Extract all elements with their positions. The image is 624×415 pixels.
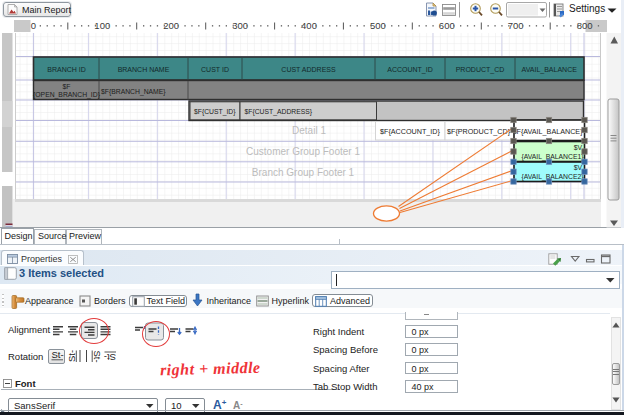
svg-text:BRANCH ID: BRANCH ID	[47, 66, 86, 73]
svg-text:$V: $V	[574, 164, 583, 171]
svg-text:{OPEN_BRANCH_ID}: {OPEN_BRANCH_ID}	[33, 91, 101, 99]
svg-text:$F: $F	[63, 83, 71, 90]
svg-text:$F{CUST_ADDRESS}: $F{CUST_ADDRESS}	[245, 108, 313, 116]
svg-text:$F{AVAIL_BALANCE}: $F{AVAIL_BALANCE}	[513, 127, 584, 136]
svg-text:St-: St-	[66, 350, 77, 362]
svg-text:St-: St-	[52, 349, 64, 360]
svg-text:$F{ACCOUNT_ID}: $F{ACCOUNT_ID}	[380, 127, 441, 136]
svg-text:CUST ID: CUST ID	[201, 66, 229, 73]
svg-text:{AVAIL_BALANCE1}: {AVAIL_BALANCE1}	[521, 153, 584, 161]
svg-text:$V: $V	[574, 144, 583, 151]
svg-text:$F{CUST_ID}: $F{CUST_ID}	[194, 108, 236, 116]
svg-text:Customer Group Footer 1: Customer Group Footer 1	[246, 146, 360, 157]
svg-text:PRODUCT_CD: PRODUCT_CD	[456, 66, 505, 74]
svg-text:Detail 1: Detail 1	[292, 125, 326, 136]
svg-text:BRANCH NAME: BRANCH NAME	[118, 66, 170, 73]
svg-text:AVAIL_BALANCE: AVAIL_BALANCE	[522, 66, 578, 74]
svg-text:{AVAIL_BALANCE2}: {AVAIL_BALANCE2}	[521, 173, 584, 181]
svg-text:CUST ADDRESS: CUST ADDRESS	[281, 66, 336, 73]
svg-text:$F{PRODUCT_CD}: $F{PRODUCT_CD}	[447, 127, 511, 136]
svg-text:$F{BRANCH_NAME}: $F{BRANCH_NAME}	[101, 88, 166, 96]
svg-text:ACCOUNT_ID: ACCOUNT_ID	[387, 66, 433, 74]
svg-text:Branch Group Footer 1: Branch Group Footer 1	[252, 167, 355, 178]
svg-text:St-: St-	[92, 351, 103, 363]
svg-text:St-: St-	[104, 352, 116, 363]
